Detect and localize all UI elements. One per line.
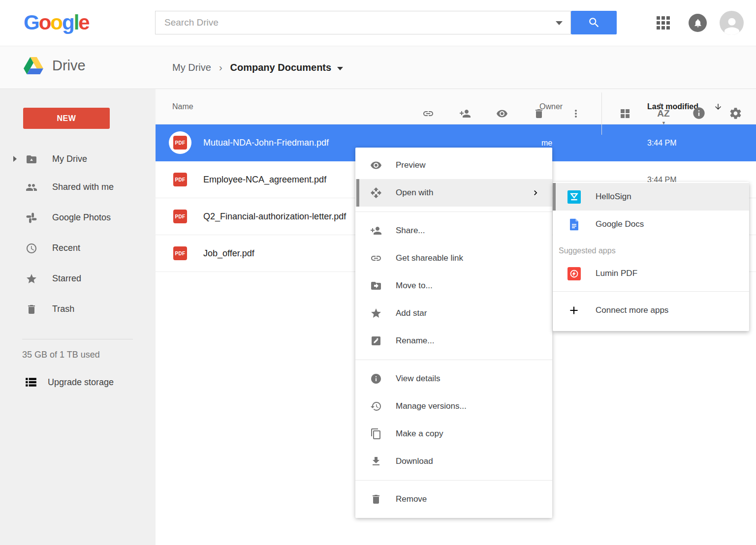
people-icon [26,182,37,193]
more-actions-icon[interactable] [570,108,582,120]
menu-item-label: View details [396,374,540,384]
share-icon[interactable] [459,108,471,120]
pencil-square-icon [370,335,382,347]
settings-gear-icon[interactable] [729,107,741,119]
breadcrumb-parent[interactable]: My Drive [172,62,211,73]
clock-icon [26,242,37,254]
open-with-submenu: HelloSign Google Docs Suggested apps Lum… [553,182,749,331]
info-icon[interactable] [692,106,704,118]
suggested-apps-label: Suggested apps [553,238,749,260]
drive-app-name: Drive [52,58,86,74]
menu-item-label: Manage versions... [396,401,540,411]
submenu-item-lumin-pdf[interactable]: Lumin PDF [553,260,749,287]
submenu-item-connect-more-apps[interactable]: Connect more apps [553,297,749,324]
pdf-badge: PDF [173,136,187,150]
upgrade-storage-button[interactable]: Upgrade storage [0,368,156,396]
pdf-file-icon: PDF [169,168,191,191]
submenu-item-google-docs[interactable]: Google Docs [553,211,749,238]
menu-separator [355,212,552,212]
menu-item-get-shareable-link[interactable]: Get shareable link [355,244,552,272]
menu-item-move-to[interactable]: Move to... [355,272,552,300]
file-modified-time: 3:44 PM [647,124,677,161]
star-icon [370,307,382,319]
trash-icon[interactable] [533,108,545,120]
history-clock-icon [370,400,382,412]
sidebar-item-google-photos[interactable]: Google Photos [0,204,156,232]
account-avatar[interactable] [720,11,744,35]
menu-item-label: Share... [396,226,540,236]
sidebar-item-label: Shared with me [52,182,114,192]
sidebar-item-trash[interactable]: Trash [0,295,156,323]
sidebar-item-my-drive[interactable]: My Drive [0,145,156,173]
google-docs-app-icon [567,218,581,231]
file-name: Q2_Financial-authorization-letter.pdf [203,198,346,235]
grid-view-icon[interactable] [619,108,631,120]
sort-direction-arrow-icon[interactable] [714,102,723,111]
menu-item-open-with[interactable]: Open with [355,179,552,207]
apps-grid-icon[interactable] [657,16,670,30]
plus-icon [567,304,580,317]
folder-move-icon [370,280,382,292]
submenu-scrollbar-thumb[interactable] [553,183,556,211]
column-header-name[interactable]: Name [172,89,193,124]
trash-icon [370,493,382,505]
menu-item-add-star[interactable]: Add star [355,300,552,327]
menu-item-label: Make a copy [396,429,540,439]
sidebar: NEW My Drive Shared with me Google Photo… [0,89,156,545]
get-link-icon[interactable] [422,108,434,120]
menu-item-manage-versions[interactable]: Manage versions... [355,393,552,420]
file-name: Mutual-NDA-John-Friedman.pdf [203,124,329,161]
menu-item-label: Move to... [396,281,540,291]
star-icon [26,273,37,285]
top-bar: Google [0,0,756,46]
menu-item-label: Remove [396,494,540,504]
google-logo: Google [24,7,89,38]
search-box [155,11,571,34]
trash-icon [26,303,37,315]
search-input[interactable] [156,11,570,34]
lumin-pdf-app-icon [567,267,581,280]
notifications-bell-icon[interactable] [689,14,707,32]
menu-item-make-a-copy[interactable]: Make a copy [355,420,552,448]
logo-letter: g [62,7,74,38]
new-button[interactable]: NEW [23,108,110,129]
breadcrumb-separator: › [219,62,222,73]
pdf-file-icon: PDF [169,205,191,228]
sidebar-item-shared-with-me[interactable]: Shared with me [0,173,156,201]
search-options-caret-icon[interactable] [556,21,563,25]
sidebar-divider [22,339,133,339]
submenu-item-label: Connect more apps [596,305,668,315]
menu-item-preview[interactable]: Preview [355,151,552,179]
logo-letter: o [50,7,62,38]
sidebar-item-label: My Drive [52,154,87,164]
logo-letter: o [39,7,51,38]
sidebar-item-label: Trash [52,304,74,314]
pdf-badge: PDF [173,173,187,186]
breadcrumb-current[interactable]: Company Documents [230,62,332,73]
link-icon [370,252,382,264]
menu-scrollbar-thumb[interactable] [356,179,359,207]
submenu-item-label: Google Docs [596,219,644,229]
menu-item-view-details[interactable]: View details [355,365,552,393]
menu-item-remove[interactable]: Remove [355,485,552,513]
preview-eye-icon[interactable] [496,108,508,120]
drive-logo[interactable]: Drive [24,57,86,74]
preview-eye-icon [370,159,382,171]
submenu-item-hellosign[interactable]: HelloSign [553,183,749,211]
info-circle-icon [370,373,382,385]
sidebar-item-starred[interactable]: Starred [0,265,156,293]
search-icon [588,16,600,29]
sort-az-icon[interactable]: ▲ AZ ▼ [655,105,672,122]
search-button[interactable] [571,11,617,34]
menu-item-download[interactable]: Download [355,448,552,475]
open-with-arrows-icon [370,187,382,199]
menu-item-rename[interactable]: Rename... [355,327,552,355]
submenu-item-label: Lumin PDF [596,269,637,278]
file-name: Employee-NCA_agreement.pdf [203,161,326,198]
sidebar-item-recent[interactable]: Recent [0,234,156,262]
breadcrumb-caret-icon[interactable] [337,67,343,70]
menu-item-share[interactable]: Share... [355,217,552,244]
breadcrumb: My Drive › Company Documents [172,46,343,89]
menu-item-label: Get shareable link [396,253,540,263]
pdf-file-icon: PDF [169,131,191,154]
